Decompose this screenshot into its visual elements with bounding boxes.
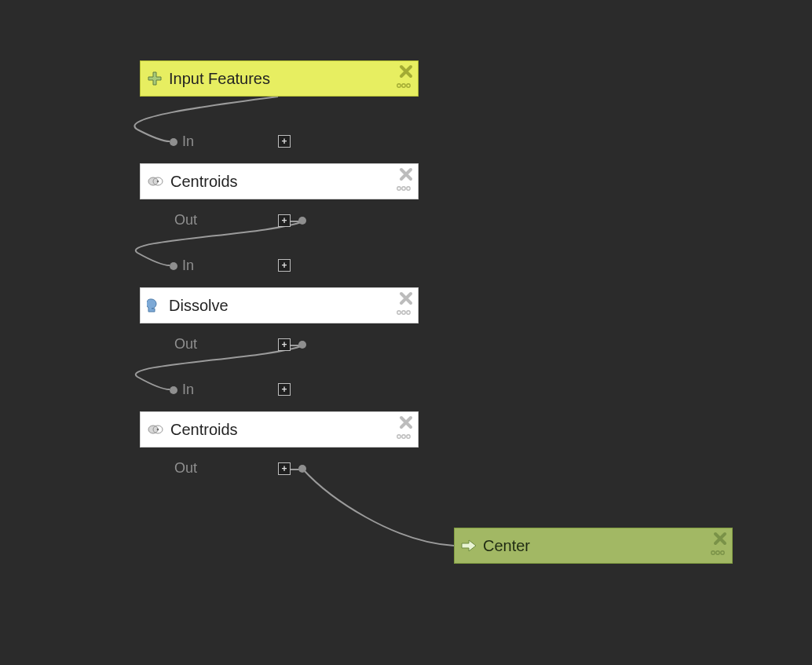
centroids-icon xyxy=(147,175,164,188)
svg-point-23 xyxy=(721,551,724,554)
svg-point-4 xyxy=(402,84,405,87)
svg-point-8 xyxy=(157,181,159,183)
svg-point-19 xyxy=(402,435,405,438)
node-title: Input Features xyxy=(169,70,270,88)
port-out-label: Out xyxy=(174,336,197,353)
drag-handle-icon[interactable] xyxy=(396,75,411,93)
plus-icon xyxy=(147,71,163,86)
port-expand-row: + xyxy=(275,383,294,396)
drag-handle-icon[interactable] xyxy=(396,301,411,320)
port-out-row: Out xyxy=(174,336,197,353)
expand-in-icon[interactable]: + xyxy=(278,135,291,148)
node-centroids-2[interactable]: Centroids xyxy=(140,411,419,448)
wire-layer xyxy=(0,0,812,665)
svg-point-11 xyxy=(407,187,410,190)
svg-point-22 xyxy=(716,551,719,554)
port-in-label: In xyxy=(182,133,194,150)
centroids-icon xyxy=(147,423,164,436)
port-expand-row: + xyxy=(275,214,311,227)
svg-point-17 xyxy=(157,429,159,431)
port-expand-row: + xyxy=(275,135,294,148)
expand-out-icon[interactable]: + xyxy=(278,214,291,227)
model-canvas[interactable]: In + Input Features Centroids xyxy=(0,0,812,665)
drag-handle-icon[interactable] xyxy=(396,177,411,195)
node-centroids-1[interactable]: Centroids xyxy=(140,163,419,199)
port-out-label: Out xyxy=(174,460,197,477)
port-expand-row: + xyxy=(275,462,311,475)
drag-handle-icon[interactable] xyxy=(710,542,726,560)
port-in-label: In xyxy=(182,258,194,274)
dissolve-icon xyxy=(147,298,163,313)
expand-in-icon[interactable]: + xyxy=(278,383,291,396)
svg-point-10 xyxy=(402,187,405,190)
port-dot[interactable] xyxy=(298,341,306,349)
node-center[interactable]: Center xyxy=(454,528,733,564)
port-in-row: In xyxy=(165,133,194,150)
port-out-row: Out xyxy=(174,212,197,228)
svg-point-13 xyxy=(402,311,405,314)
expand-out-icon[interactable]: + xyxy=(278,462,291,475)
arrow-right-icon xyxy=(461,539,477,552)
port-out-label: Out xyxy=(174,212,197,228)
svg-point-18 xyxy=(397,435,401,438)
node-title: Dissolve xyxy=(169,297,229,315)
port-out-row: Out xyxy=(174,460,197,477)
port-dot[interactable] xyxy=(298,465,306,473)
port-expand-row: + xyxy=(275,259,294,272)
port-dot[interactable] xyxy=(170,138,177,146)
node-title: Centroids xyxy=(170,173,238,191)
expand-in-icon[interactable]: + xyxy=(278,259,291,272)
svg-point-21 xyxy=(711,551,715,554)
svg-point-14 xyxy=(407,311,410,314)
svg-point-12 xyxy=(397,311,401,314)
node-title: Center xyxy=(483,537,530,555)
port-dot[interactable] xyxy=(298,217,306,225)
svg-point-20 xyxy=(407,435,410,438)
expand-out-icon[interactable]: + xyxy=(278,338,291,351)
port-in-row: In xyxy=(165,258,194,274)
port-expand-row: + xyxy=(275,338,311,351)
port-dot[interactable] xyxy=(170,262,177,270)
drag-handle-icon[interactable] xyxy=(396,426,411,444)
node-title: Centroids xyxy=(170,421,238,439)
port-in-row: In xyxy=(165,382,194,398)
svg-point-5 xyxy=(407,84,410,87)
port-dot[interactable] xyxy=(170,386,177,394)
svg-point-9 xyxy=(397,187,401,190)
port-in-label: In xyxy=(182,382,194,398)
svg-point-3 xyxy=(397,84,401,87)
node-dissolve[interactable]: Dissolve xyxy=(140,287,419,323)
node-input-features[interactable]: Input Features xyxy=(140,60,419,97)
